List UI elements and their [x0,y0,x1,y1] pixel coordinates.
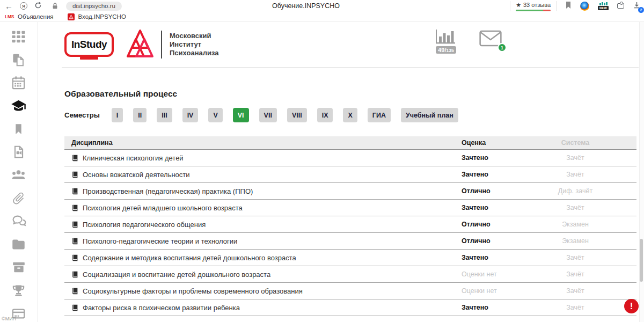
discipline-label[interactable]: Социокультурные факторы и проблемы совре… [83,287,303,295]
yandex-icon[interactable]: Я [20,2,27,10]
instudy-logo[interactable]: InStudy [64,32,114,57]
grade-cell: Оценки нет [462,287,531,295]
semester-button-VII[interactable]: VII [259,108,277,122]
table-row[interactable]: Социализация и воспитание детей дошкольн… [64,266,636,283]
book-icon [71,304,78,311]
lock-icon [52,3,58,10]
semester-button-IX[interactable]: IX [317,108,333,122]
refresh-icon[interactable] [34,2,42,10]
semester-button-VIII[interactable]: VIII [287,108,307,122]
grade-cell: Зачтено [462,154,531,162]
sidebar-item-messages[interactable] [11,213,27,229]
table-row[interactable]: Социокультурные факторы и проблемы совре… [64,283,636,299]
semester-button-V[interactable]: V [208,108,222,122]
system-cell: Экзамен [531,237,636,245]
bookmark-flag-icon[interactable] [565,1,572,11]
discipline-label[interactable]: Основы вожатской деятельности [83,171,190,179]
system-cell: Зачёт [531,171,636,178]
table-header: Дисциплина Оценка Система [64,136,636,150]
header-divider [161,31,162,58]
system-cell: Зачёт [531,154,636,162]
book-icon [71,254,78,261]
app: ©МИП InStudy Московский Институт Психоан… [0,22,644,322]
grade-cell: Зачтено [462,254,531,261]
header-stats: 49/135 1 [435,28,502,54]
browser-profile-icon[interactable] [580,2,589,11]
book-icon [71,155,78,162]
paperclip-icon [11,191,26,206]
semester-button-I[interactable]: I [112,108,123,122]
archive-box-icon [12,260,26,274]
column-discipline: Дисциплина [64,139,462,147]
sidebar-item-folders[interactable] [11,236,27,252]
semester-buttons: IIIIIIIVVVIVIIVIIIIXXГИАУчебный план [112,108,458,122]
semester-button-ГИА[interactable]: ГИА [368,108,391,122]
folder-icon [11,237,26,252]
semester-button-IV[interactable]: IV [182,108,199,122]
table-row[interactable]: Клиническая психология детей Зачтено Зач… [64,150,636,166]
alert-button[interactable]: ! [624,299,639,313]
table-row[interactable]: Содержание и методика воспитания детей д… [64,250,636,266]
semester-button-II[interactable]: II [133,108,147,122]
sidebar-item-bookmarks[interactable] [11,121,27,137]
bookmark-label: Объявления [18,13,54,20]
sidebar: ©МИП [0,22,38,322]
mail-button[interactable]: 1 [479,30,502,49]
sidebar-item-archive[interactable] [11,259,27,275]
sidebar-item-grid[interactable] [11,28,27,45]
book-icon [71,188,78,195]
calendar-icon [11,76,26,90]
table-row[interactable]: Основы вожатской деятельности Зачтено За… [64,166,636,183]
lms-icon: LMS [5,14,14,19]
sidebar-item-calendar[interactable] [11,75,27,91]
progress-widget[interactable]: 49/135 [435,28,457,54]
mip-logo-icon [68,13,75,20]
downloads-button[interactable]: 2 [633,1,641,11]
bookmark-icon [12,122,25,136]
discipline-label[interactable]: Социализация и воспитание детей дошкольн… [83,270,270,279]
scrollbar-thumb[interactable] [640,239,643,282]
system-cell: Экзамен [531,221,636,228]
semester-button-VI[interactable]: VI [233,108,249,122]
table-row[interactable]: Производственная (педагогическая) практи… [64,183,636,200]
discipline-label[interactable]: Психология детей младшего школьного возр… [83,204,243,212]
semester-filter: Семестры IIIIIIIVVVIVIIVIIIIXXГИАУчебный… [64,108,644,122]
system-cell: Диф. зачёт [531,187,636,195]
sidebar-item-documents[interactable] [11,52,27,68]
table-row[interactable]: Психология детей младшего школьного возр… [64,200,636,216]
semester-button-X[interactable]: X [343,108,357,122]
semesters-label: Семестры [64,111,100,119]
chat-icon [11,214,26,229]
grade-cell: Отлично [462,221,531,228]
discipline-label[interactable]: Клиническая психология детей [83,154,184,162]
book-icon [71,204,78,211]
sidebar-item-groups[interactable] [11,167,27,183]
sidebar-item-attachments[interactable] [11,190,27,206]
discipline-label[interactable]: Производственная (педагогическая) практи… [83,187,253,195]
page-title: Образовательный процесс [64,89,644,99]
discipline-label[interactable]: Факторы риска в психическом развитии реб… [83,304,240,312]
sidebar-item-education[interactable] [11,98,27,114]
browser-chrome: ← Я dist.inpsycho.ru Обучение.INPSYCHO ★… [0,0,644,12]
back-icon[interactable]: ← [5,2,13,10]
table-row[interactable]: Психолого-педагогические теории и технол… [64,233,636,250]
table-row[interactable]: Психология педагогического общения Отлич… [64,216,636,233]
video-file-icon [12,145,26,159]
bookmark-login[interactable]: Вход.INPSYCHO [68,13,126,20]
system-cell: Зачёт [531,304,636,311]
sidebar-item-achievements[interactable] [11,282,27,298]
reviews-widget[interactable]: ★ 33 отзыва [510,1,557,11]
discipline-label[interactable]: Психология педагогического общения [83,221,206,229]
site-header: InStudy Московский Институт Психоанализа… [62,22,639,68]
semester-button-Учебный план[interactable]: Учебный план [401,108,458,122]
semester-button-III[interactable]: III [157,108,172,122]
discipline-label[interactable]: Психолого-педагогические теории и технол… [83,237,237,245]
progress-badge: 49/135 [436,46,456,54]
bookmark-announcements[interactable]: LMS Объявления [5,13,54,20]
extensions-icon[interactable] [617,3,624,9]
address-bar[interactable]: dist.inpsycho.ru [66,2,122,11]
new-extension-icon[interactable]: NEW [598,2,609,10]
sidebar-item-video-materials[interactable] [11,144,27,160]
table-row[interactable]: Факторы риска в психическом развитии реб… [64,299,636,316]
discipline-label[interactable]: Содержание и методика воспитания детей д… [83,254,296,262]
